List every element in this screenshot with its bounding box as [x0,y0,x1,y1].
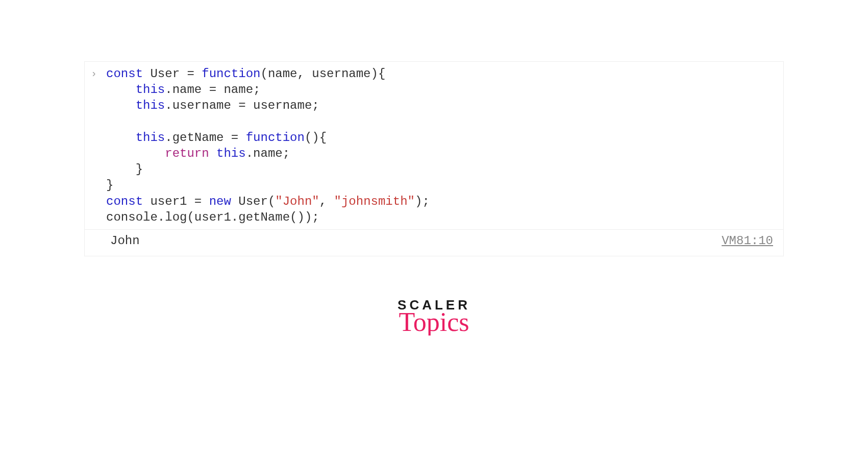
scaler-topics-logo: SCALER Topics [398,297,470,336]
punct-params: (name, username){ [260,67,385,81]
source-link[interactable]: VM81:10 [722,234,773,248]
string-literal: "johnsmith" [334,195,415,208]
string-literal: "John" [275,195,319,208]
keyword-this: this [136,99,165,112]
keyword-this: this [136,131,165,145]
code-text: .username = username; [165,99,319,112]
punct-eq: = [194,195,209,208]
keyword-this: this [136,83,165,97]
punct-paren: (){ [305,131,327,145]
keyword-const: const [106,195,143,208]
code-text: console.log(user1.getName()); [106,210,319,224]
code-space [209,147,216,160]
ident-user1: user1 [143,195,194,208]
console-panel: › const User = function(name, username){… [84,61,784,256]
keyword-function: function [246,131,305,145]
code-brace: } [106,162,143,176]
code-block[interactable]: const User = function(name, username){ t… [106,66,430,225]
logo-topics-text: Topics [398,309,470,336]
ident-User-call: User( [231,195,275,208]
keyword-return: return [165,147,209,160]
logo-wrap: SCALER Topics [84,297,784,336]
keyword-this: this [216,147,246,160]
code-text: .name; [246,147,290,160]
code-brace: } [106,178,113,192]
punct-comma: , [319,195,334,208]
code-text: .name = name; [165,83,260,97]
keyword-new: new [209,195,231,208]
code-text: .getName = [165,131,245,145]
keyword-const: const [106,67,143,81]
ident-User: User [143,67,187,81]
chevron-right-icon: › [91,68,97,80]
punct-end: ); [415,195,430,208]
console-output-row: John VM81:10 [85,230,783,256]
console-output-text: John [110,234,140,248]
punct-eq: = [187,67,202,81]
console-input-row: › const User = function(name, username){… [85,62,783,230]
keyword-function: function [202,67,260,81]
